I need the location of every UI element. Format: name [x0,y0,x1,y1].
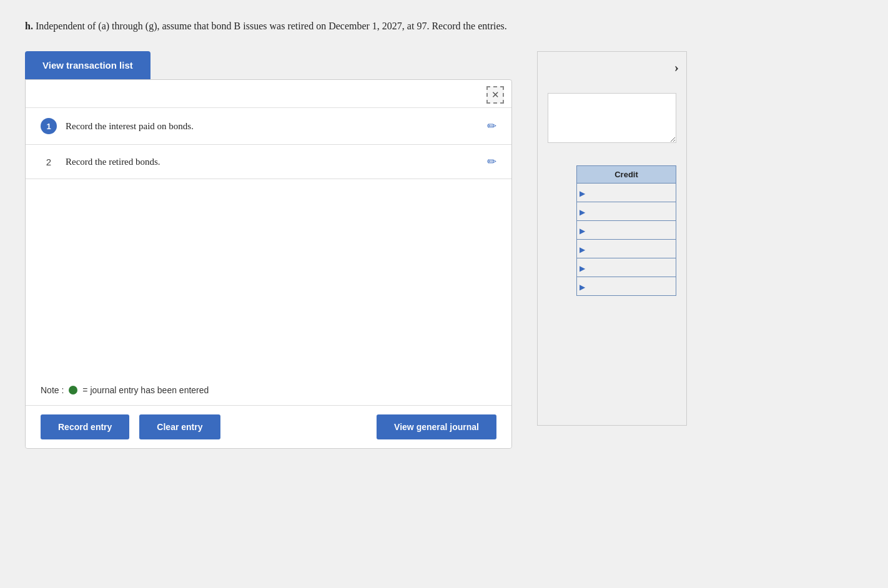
journal-entry-area [26,179,511,379]
item-number-2: 2 [41,157,57,167]
record-entry-button[interactable]: Record entry [41,414,129,439]
credit-table-row[interactable]: ▶ [577,221,676,240]
credit-table-row[interactable]: ▶ [577,184,676,202]
edit-icon-1[interactable]: ✏ [487,119,496,133]
credit-section: Credit ▶▶▶▶▶▶ [538,165,686,425]
chevron-right-icon: › [674,59,679,76]
transaction-list: 1 Record the interest paid on bonds. ✏ 2… [26,108,511,179]
close-button[interactable]: ✕ [486,86,504,104]
credit-table-row[interactable]: ▶ [577,258,676,277]
credit-table-row[interactable]: ▶ [577,202,676,221]
row-arrow-icon: ▶ [580,208,585,217]
edit-icon-2[interactable]: ✏ [487,155,496,169]
row-arrow-icon: ▶ [580,189,585,198]
footer-buttons: Record entry Clear entry View general jo… [26,405,511,448]
question-prefix: h. [25,21,33,31]
row-arrow-icon: ▶ [580,283,585,292]
transaction-item-2-text: Record the retired bonds. [66,157,478,167]
clear-entry-button[interactable]: Clear entry [139,414,220,439]
credit-column-header: Credit [577,166,676,184]
row-arrow-icon: ▶ [580,227,585,235]
question-body: Independent of (a) through (g), assume t… [33,21,507,31]
credit-table-row[interactable]: ▶ [577,240,676,258]
question-text: h. Independent of (a) through (g), assum… [25,19,863,34]
row-arrow-icon: ▶ [580,264,585,273]
side-input-field[interactable] [548,93,676,143]
list-item: 2 Record the retired bonds. ✏ [26,145,511,179]
side-panel: › Credit ▶▶▶▶▶▶ [537,51,687,426]
view-transaction-button[interactable]: View transaction list [25,51,150,79]
note-text: = journal entry has been entered [82,385,209,395]
note-area: Note : = journal entry has been entered [26,379,511,405]
row-arrow-icon: ▶ [580,245,585,254]
side-input-area [538,83,686,165]
credit-table-row[interactable]: ▶ [577,277,676,296]
credit-table: Credit ▶▶▶▶▶▶ [576,165,676,296]
item-badge-1: 1 [41,118,57,134]
note-label: Note : [41,385,64,395]
modal-header: ✕ [26,80,511,108]
green-dot-icon [69,386,77,394]
list-item: 1 Record the interest paid on bonds. ✏ [26,108,511,145]
side-panel-chevron[interactable]: › [538,52,686,83]
transaction-item-1-text: Record the interest paid on bonds. [66,121,478,132]
view-general-journal-button[interactable]: View general journal [377,414,496,439]
transaction-modal: ✕ 1 Record the interest paid on bonds. ✏… [25,79,512,449]
